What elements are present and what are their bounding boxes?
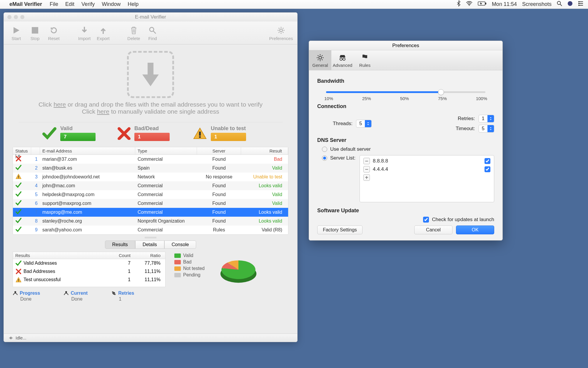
add-server-icon[interactable]: + [363, 174, 370, 181]
dns-serverlist-radio[interactable]: Server List: [322, 155, 355, 161]
menu-verify[interactable]: Verify [81, 1, 95, 7]
drop-here-link-2[interactable]: here [97, 108, 109, 115]
svg-rect-18 [18, 175, 19, 177]
table-row[interactable]: 8stanley@roche.orgNonprofit Organization… [13, 217, 288, 226]
summary-bar: Valid7 Bad/Dead1 Unable to test1 [19, 122, 283, 147]
drop-help-line2: Click here to manually validate one sing… [21, 108, 280, 115]
window-statusbar: Idle... [4, 334, 297, 342]
threads-field: Threads: 5 [329, 115, 372, 132]
battery-icon[interactable] [478, 1, 487, 7]
drop-arrow-icon [127, 51, 174, 98]
prefs-tab-advanced[interactable]: Advanced [331, 50, 354, 70]
drop-zone[interactable]: Click here or drag and drop the files wi… [4, 44, 297, 119]
menu-edit[interactable]: Edit [65, 1, 74, 7]
results-pie-chart [213, 252, 263, 287]
legend-item: Pending [174, 272, 205, 278]
dns-server-row[interactable]: −4.4.4.4 [363, 166, 490, 173]
retries-select[interactable]: 1 [479, 115, 494, 122]
status-summary: Progress Done Current Done Retries 1 [13, 291, 288, 302]
toolbar-import[interactable]: Import [75, 25, 94, 41]
prefs-tab-rules[interactable]: Rules [354, 50, 376, 70]
svg-point-13 [150, 27, 154, 32]
server-enabled-checkbox[interactable] [485, 158, 490, 164]
svg-point-26 [340, 58, 342, 60]
threads-select[interactable]: 5 [356, 120, 372, 127]
wifi-icon[interactable] [466, 1, 472, 7]
server-enabled-checkbox[interactable] [485, 166, 490, 172]
table-row[interactable]: 9sarah@yahoo.comCommercialRulesValid (R8… [13, 226, 288, 234]
warning-icon [193, 127, 207, 140]
spotlight-icon[interactable] [557, 1, 562, 8]
ok-button[interactable]: OK [456, 226, 494, 234]
legend-item: Not tested [174, 266, 205, 271]
menu-help[interactable]: Help [128, 1, 138, 7]
svg-point-0 [469, 5, 470, 6]
table-row[interactable]: 2stan@busk.esSpainFoundValid [13, 164, 288, 173]
summary-valid-count: 7 [60, 133, 96, 141]
summary-unable: Unable to test1 [193, 125, 259, 141]
toolbar-reset[interactable]: Reset [44, 25, 63, 41]
prefs-tab-general[interactable]: General [309, 50, 331, 70]
svg-rect-16 [199, 132, 201, 136]
spy-icon [338, 53, 347, 63]
table-row[interactable]: 3johndoe@johndoeworld.netNetworkNo respo… [13, 173, 288, 181]
menu-window[interactable]: Window [102, 1, 121, 7]
toolbar-start[interactable]: Start [7, 25, 26, 41]
toolbar-preferences[interactable]: Preferences [268, 25, 294, 41]
svg-rect-21 [18, 281, 19, 282]
tab-results[interactable]: Results [105, 241, 135, 249]
toolbar-find[interactable]: Find [143, 25, 162, 41]
toolbar-export[interactable]: Export [94, 25, 113, 41]
toolbar-stop[interactable]: Stop [26, 25, 44, 41]
timeout-select[interactable]: 5 [479, 125, 494, 132]
status-icon [9, 336, 13, 340]
svg-rect-2 [485, 3, 486, 4]
table-row[interactable]: 7maxprog@me.comCommercialFoundLooks vali… [13, 208, 288, 217]
cancel-button[interactable]: Cancel [414, 226, 452, 234]
dns-default-radio[interactable]: Use default server [322, 146, 494, 152]
flag-icon [361, 53, 368, 63]
bottom-panel: ResultsCountRatio Valid Addresses777,78%… [13, 252, 288, 287]
dns-server-row[interactable]: −8.8.8.8 [363, 158, 490, 164]
remove-server-icon[interactable]: − [363, 158, 370, 164]
drop-here-link-1[interactable]: here [54, 101, 66, 108]
svg-point-27 [343, 58, 345, 60]
window-titlebar[interactable]: E-mail Verifier [4, 13, 297, 21]
section-update: Software Update [317, 208, 494, 214]
summary-valid: Valid7 [42, 125, 108, 141]
update-check-checkbox[interactable]: Check for updates at launch [322, 217, 494, 223]
section-bandwidth: Bandwidth [317, 78, 494, 84]
toolbar-delete[interactable]: Delete [124, 25, 143, 41]
notification-center-icon[interactable] [578, 1, 583, 7]
table-row[interactable]: 6support@maxprog.comCommercialFoundValid [13, 199, 288, 208]
table-row[interactable]: 1marian@37.comCommercialFoundBad [13, 155, 288, 164]
menu-file[interactable]: File [50, 1, 58, 7]
window-traffic-lights[interactable] [7, 15, 24, 19]
table-header[interactable]: Status | # E-mail Address Type Server Re… [13, 147, 288, 155]
table-row[interactable]: 4john@mac.comCommercialFoundLooks valid [13, 181, 288, 190]
svg-point-24 [65, 291, 67, 293]
remove-server-icon[interactable]: − [363, 166, 370, 173]
bluetooth-icon[interactable] [457, 1, 461, 8]
bandwidth-slider[interactable]: 10%25%50%75%100% [317, 87, 494, 101]
svg-point-15 [280, 29, 282, 32]
tab-console[interactable]: Console [164, 241, 196, 249]
siri-icon[interactable] [567, 1, 573, 8]
chart-legend: ValidBadNot testedPending [174, 252, 205, 287]
menubar-right-app[interactable]: Screenshots [522, 1, 552, 7]
toolbar: Start Stop Reset Import Export Delete Fi… [4, 21, 297, 44]
summary-bad: Bad/Dead1 [117, 125, 184, 141]
menubar-clock[interactable]: Mon 11:54 [492, 1, 517, 7]
dns-server-list[interactable]: −8.8.8.8−4.4.4.4+ [360, 155, 494, 202]
table-row[interactable]: 5helpdesk@maxprog.comCommercialFoundVali… [13, 190, 288, 199]
svg-line-4 [560, 4, 562, 6]
factory-settings-button[interactable]: Factory Settings [317, 226, 363, 234]
svg-point-23 [14, 291, 16, 293]
status-retries: Retries 1 [111, 291, 134, 302]
menubar-app-name[interactable]: eMail Verifier [9, 1, 42, 7]
tab-details[interactable]: Details [135, 241, 164, 249]
results-row: Bad Addresses111,11% [13, 267, 165, 276]
splitter-handle[interactable] [4, 235, 297, 241]
section-dns: DNS Server [317, 137, 494, 143]
view-tabs: Results Details Console [4, 241, 297, 249]
